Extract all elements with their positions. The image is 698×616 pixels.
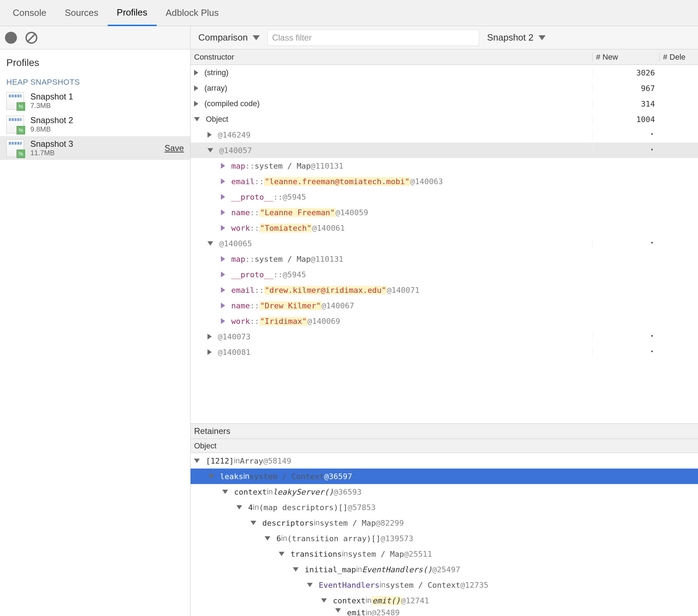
text: leaks [220, 472, 243, 481]
disclosure-right-icon[interactable] [221, 318, 225, 324]
object-address: @5945 [283, 270, 306, 279]
keyword: in [342, 549, 348, 558]
disclosure-down-icon[interactable] [194, 117, 200, 121]
tree-row[interactable]: work :: "Tomiatech" @140061 [191, 220, 698, 236]
retainer-row[interactable]: context in leakyServer() @36593 [191, 484, 698, 500]
snapshot-item[interactable]: Snapshot 2 9.8MB [0, 113, 190, 136]
disclosure-right-icon[interactable] [207, 132, 212, 138]
disclosure-down-icon[interactable] [279, 552, 284, 556]
disclosure-right-icon[interactable] [221, 179, 225, 184]
content-toolbar: Comparison Snapshot 2 [191, 26, 698, 49]
disclosure-right-icon[interactable] [221, 303, 225, 308]
tree-row[interactable]: name :: "Drew Kilmer" @140067 [191, 298, 698, 313]
view-dropdown[interactable]: Comparison [195, 32, 263, 43]
retainer-row[interactable]: [1212] in Array @58149 [191, 453, 698, 469]
disclosure-right-icon[interactable] [221, 287, 225, 293]
class-filter-input[interactable] [267, 30, 479, 46]
retainer-row[interactable]: 4 in (map descriptors)[] @57853 [191, 500, 698, 515]
disclosure-right-icon[interactable] [207, 334, 212, 339]
tree-row[interactable]: @146249· [191, 127, 698, 143]
disclosure-right-icon[interactable] [221, 225, 225, 231]
context-type: system / Context [386, 581, 461, 590]
retainers-tree[interactable]: [1212] in Array @58149 leaks in system /… [191, 453, 698, 616]
disclosure-right-icon[interactable] [221, 256, 225, 262]
row-label: (array) [204, 84, 227, 93]
tree-row[interactable]: (compiled code)314 [191, 96, 698, 111]
snapshot-size: 11.7MB [30, 149, 73, 157]
tree-row[interactable]: __proto__ :: @5945 [191, 267, 698, 282]
tree-row[interactable]: name :: "Leanne Freeman" @140059 [191, 205, 698, 220]
tree-row[interactable]: @140065· [191, 236, 698, 251]
disclosure-right-icon[interactable] [221, 272, 225, 277]
col-dele-header[interactable]: # Dele [659, 53, 698, 62]
disclosure-right-icon[interactable] [221, 163, 225, 169]
tree-row[interactable]: map :: system / Map @110131 [191, 158, 698, 174]
record-icon[interactable] [5, 32, 17, 44]
retainer-row[interactable]: initial_map in EventHandlers() @25497 [191, 562, 698, 577]
property-name: __proto__ [231, 193, 273, 201]
tree-row[interactable]: @140081· [191, 344, 698, 360]
constructor-tree[interactable]: (string)3026 (array)967 (compiled code)3… [191, 65, 698, 423]
disclosure-right-icon[interactable] [194, 70, 198, 76]
object-address: @140069 [307, 317, 340, 326]
text: context [333, 596, 366, 605]
tree-row[interactable]: __proto__ :: @5945 [191, 189, 698, 205]
disclosure-right-icon[interactable] [207, 349, 212, 355]
disclosure-right-icon[interactable] [221, 194, 225, 200]
keyword: in [379, 580, 385, 590]
tree-row[interactable]: (string)3026 [191, 65, 698, 80]
snapshot-save-link[interactable]: Save [164, 143, 184, 153]
tree-row[interactable]: work :: "Iridimax" @140069 [191, 313, 698, 329]
compare-dropdown[interactable]: Snapshot 2 [484, 32, 548, 43]
disclosure-right-icon[interactable] [221, 210, 225, 215]
object-address: @82299 [376, 519, 404, 527]
object-address: @5945 [283, 193, 306, 201]
tab-profiles[interactable]: Profiles [108, 0, 157, 26]
tree-row[interactable]: (array)967 [191, 80, 698, 96]
tree-row[interactable]: @140057· [191, 143, 698, 158]
disclosure-down-icon[interactable] [194, 459, 200, 463]
snapshot-item[interactable]: Snapshot 1 7.3MB [0, 89, 190, 113]
tree-row[interactable]: email :: "drew.kilmer@iridimax.edu" @140… [191, 282, 698, 298]
retainer-row[interactable]: emit in @25489 [191, 608, 698, 616]
disclosure-down-icon[interactable] [207, 148, 213, 152]
col-new-header[interactable]: # New [592, 53, 659, 62]
grid-header: Constructor # New # Dele [191, 49, 698, 65]
snapshot-name: Snapshot 3 [30, 139, 73, 149]
col-constructor-header[interactable]: Constructor [191, 53, 592, 62]
disclosure-down-icon[interactable] [265, 536, 270, 540]
snapshot-item[interactable]: Snapshot 3 11.7MB Save [0, 136, 190, 160]
tree-row[interactable]: Object1004 [191, 111, 698, 127]
tree-row[interactable]: @140073· [191, 329, 698, 344]
disclosure-down-icon[interactable] [236, 505, 242, 509]
disclosure-right-icon[interactable] [194, 85, 198, 91]
retainer-row[interactable]: leaks in system / Context @36597 [191, 469, 698, 484]
snapshot-icon [6, 92, 24, 110]
retainer-row[interactable]: descriptors in system / Map @82299 [191, 515, 698, 531]
tab-sources[interactable]: Sources [55, 0, 107, 26]
retainer-row[interactable]: transitions in system / Map @25511 [191, 546, 698, 562]
col-new-value: · [592, 146, 659, 155]
disclosure-down-icon[interactable] [321, 598, 327, 603]
disclosure-down-icon[interactable] [207, 241, 213, 246]
disclosure-down-icon[interactable] [335, 608, 341, 612]
tab-console[interactable]: Console [4, 0, 55, 26]
retainer-row[interactable]: EventHandlers in system / Context @12735 [191, 577, 698, 593]
clear-icon[interactable] [25, 32, 37, 44]
disclosure-down-icon[interactable] [307, 583, 313, 587]
disclosure-down-icon[interactable] [251, 521, 256, 525]
text: [1212] [206, 457, 234, 465]
snapshot-icon [6, 116, 24, 133]
keyword: in [356, 565, 362, 574]
tab-adblock[interactable]: Adblock Plus [157, 0, 228, 26]
main-area: Profiles HEAP SNAPSHOTS Snapshot 1 7.3MB… [0, 26, 698, 616]
disclosure-down-icon[interactable] [208, 474, 214, 478]
disclosure-right-icon[interactable] [194, 101, 198, 107]
retainer-row[interactable]: context in emit() @12741 [191, 593, 698, 608]
disclosure-down-icon[interactable] [222, 490, 228, 494]
disclosure-down-icon[interactable] [293, 567, 299, 572]
tree-row[interactable]: map :: system / Map @110131 [191, 251, 698, 267]
property-name: map [231, 162, 245, 170]
retainer-row[interactable]: 6 in (transition array)[] @139573 [191, 531, 698, 546]
tree-row[interactable]: email :: "leanne.freeman@tomiatech.mobi"… [191, 174, 698, 189]
